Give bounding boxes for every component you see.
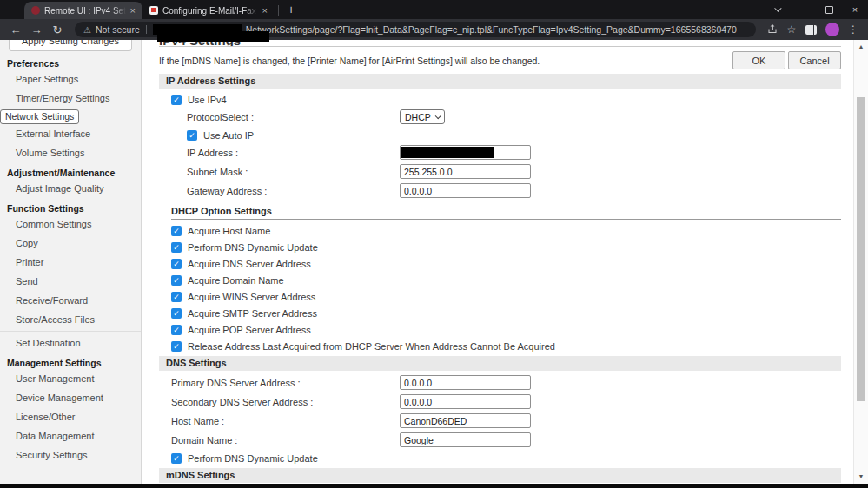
tab-title: Remote UI : IPv4 Settings : iR C32 (44, 6, 126, 16)
close-icon[interactable]: × (130, 6, 136, 16)
sidebar-item-security-settings[interactable]: Security Settings (0, 445, 141, 465)
url-text[interactable]: NetworkSettings/page/?Flag=Init_Data&Pag… (246, 24, 737, 35)
input-wrap (400, 164, 531, 179)
new-tab-button[interactable]: + (282, 3, 300, 19)
sidebar-item-device-management[interactable]: Device Management (0, 388, 141, 407)
tab-search-button[interactable] (764, 0, 790, 19)
checkbox-row-acquire-wins-server-address: ✓Acquire WINS Server Address (159, 291, 841, 302)
checkbox-acquire-wins-server-address[interactable]: ✓ (171, 292, 182, 302)
scroll-up-arrow[interactable]: ▲ (854, 41, 868, 52)
tab-separator (278, 5, 279, 16)
profile-avatar[interactable] (825, 23, 839, 36)
minimize-button[interactable] (790, 0, 816, 19)
field-row-primary-dns-server-address: Primary DNS Server Address : (159, 375, 841, 390)
checkbox-row-acquire-pop-server-address: ✓Acquire POP Server Address (159, 324, 841, 335)
checkbox-perform-dns-dynamic-update[interactable]: ✓ (171, 453, 182, 464)
sidebar-item-volume-settings[interactable]: Volume Settings (0, 143, 141, 162)
sidebar-group-preferences: Preferences (0, 53, 141, 69)
sidebar-item-send[interactable]: Send (0, 272, 141, 291)
share-icon[interactable] (765, 23, 780, 36)
sidebar-item-receive-forward[interactable]: Receive/Forward (0, 291, 141, 310)
sidebar-item-printer[interactable]: Printer (0, 253, 141, 272)
redacted-page-title-overlay (157, 31, 269, 42)
input-secondary-dns-server-address[interactable] (400, 394, 531, 409)
sidebar-item-license-other[interactable]: License/Other (0, 407, 141, 426)
sidebar-item-external-interface[interactable]: External Interface (0, 124, 141, 143)
back-button[interactable]: ← (7, 23, 24, 36)
scrollbar-thumb[interactable] (857, 97, 865, 401)
bottom-edge-strip (0, 484, 868, 488)
sidebar-item-common-settings[interactable]: Common Settings (0, 214, 141, 234)
checkbox-row-acquire-domain-name: ✓Acquire Domain Name (159, 274, 841, 286)
field-label: Host Name : (171, 416, 400, 426)
sidebar-item-copy[interactable]: Copy (0, 234, 141, 253)
mdns-note-text: If the [mDNS Name] is changed, the [Prin… (159, 56, 540, 66)
browser-toolbar: ← → ↻ ⚠ Not secure NetworkSettings/page/… (0, 19, 868, 40)
checkbox-label: Acquire Domain Name (188, 275, 284, 286)
maximize-button[interactable] (816, 0, 842, 19)
reload-button[interactable]: ↻ (49, 23, 66, 36)
checkbox-use-ipv4[interactable]: ✓ (171, 95, 182, 105)
warning-icon: ⚠ (83, 25, 91, 35)
sidebar-item-paper-settings[interactable]: Paper Settings (0, 69, 141, 89)
sidebar-item-user-management[interactable]: User Management (0, 369, 141, 388)
checkbox-acquire-dns-server-address[interactable]: ✓ (171, 259, 182, 269)
checkbox-use-auto-ip[interactable]: ✓ (187, 130, 197, 141)
dropdown-protocolselect[interactable]: DHCP (400, 109, 445, 124)
input-wrap (400, 183, 531, 198)
field-row-subnet-mask: Subnet Mask : (159, 164, 841, 179)
main-panel: IPv4 Settings If the [mDNS Name] is chan… (142, 40, 853, 488)
scroll-down-arrow[interactable]: ▼ (854, 471, 868, 482)
input-subnet-mask[interactable] (400, 164, 531, 179)
sidebar-item-adjust-image-quality[interactable]: Adjust Image Quality (0, 179, 141, 198)
menu-dots-icon[interactable]: ⋮ (845, 23, 861, 36)
bookmark-star-icon[interactable]: ☆ (784, 23, 799, 36)
note-row: If the [mDNS Name] is changed, the [Prin… (159, 51, 841, 69)
checkbox-row-perform-dns-dynamic-update: ✓Perform DNS Dynamic Update (159, 452, 841, 464)
ok-button[interactable]: OK (732, 51, 785, 69)
tab-bar: Remote UI : IPv4 Settings : iR C32 × Con… (0, 0, 868, 19)
document-red-stripes-icon (149, 6, 158, 15)
tab-configuring-email[interactable]: Configuring E-Mail/I-Fax Commu × (142, 2, 275, 19)
tab-title: Configuring E-Mail/I-Fax Commu (162, 6, 258, 16)
checkbox-release-address-last-acquired-from-dhcp-server-when-address-cannot-be-acquired[interactable]: ✓ (171, 341, 182, 352)
sidebar-item-store-access-files[interactable]: Store/Access Files (0, 310, 141, 329)
checkbox-label: Release Address Last Acquired from DHCP … (188, 341, 555, 352)
sidebar-item-timer-energy-settings[interactable]: Timer/Energy Settings (0, 89, 141, 108)
checkbox-row-acquire-host-name: ✓Acquire Host Name (159, 225, 841, 236)
checkbox-acquire-domain-name[interactable]: ✓ (171, 275, 182, 286)
sidebar-item-set-destination[interactable]: Set Destination (0, 333, 141, 353)
checkbox-acquire-pop-server-address[interactable]: ✓ (171, 325, 182, 335)
tab-remote-ui[interactable]: Remote UI : IPv4 Settings : iR C32 × (24, 2, 142, 19)
checkbox-acquire-host-name[interactable]: ✓ (171, 226, 182, 236)
checkbox-row-use-auto-ip: ✓Use Auto IP (159, 129, 841, 141)
checkbox-label: Acquire POP Server Address (188, 325, 311, 335)
minimize-icon (799, 10, 807, 10)
field-label: Secondary DNS Server Address : (171, 397, 400, 407)
checkbox-acquire-smtp-server-address[interactable]: ✓ (171, 308, 182, 319)
settings-form: IP Address Settings✓Use IPv4ProtocolSele… (159, 74, 841, 488)
vertical-scrollbar[interactable]: ▲ ▼ (853, 40, 868, 488)
input-primary-dns-server-address[interactable] (400, 375, 531, 390)
close-window-button[interactable]: × (842, 0, 868, 19)
side-panel-icon[interactable] (805, 25, 817, 35)
forward-button[interactable]: → (28, 23, 45, 36)
window-controls: × (764, 0, 868, 19)
sidebar-item-network-settings[interactable]: Network Settings (0, 109, 79, 124)
cancel-button[interactable]: Cancel (788, 51, 841, 69)
sidebar-item-data-management[interactable]: Data Management (0, 426, 141, 445)
close-icon[interactable]: × (262, 6, 268, 16)
title-divider (159, 46, 841, 47)
field-label: Subnet Mask : (187, 167, 400, 177)
input-domain-name[interactable] (400, 432, 531, 447)
input-wrap (400, 375, 531, 390)
checkbox-label: Perform DNS Dynamic Update (188, 242, 318, 253)
sidebar-group-adjustment-maintenance: Adjustment/Maintenance (0, 162, 141, 179)
input-gateway-address[interactable] (400, 183, 531, 198)
field-label: Domain Name : (171, 435, 400, 445)
input-host-name[interactable] (400, 413, 531, 428)
checkbox-perform-dns-dynamic-update[interactable]: ✓ (171, 242, 182, 253)
security-label[interactable]: Not secure (96, 24, 140, 35)
field-row-secondary-dns-server-address: Secondary DNS Server Address : (159, 394, 841, 409)
apply-setting-changes-button[interactable]: Apply Setting Changes (9, 40, 132, 51)
